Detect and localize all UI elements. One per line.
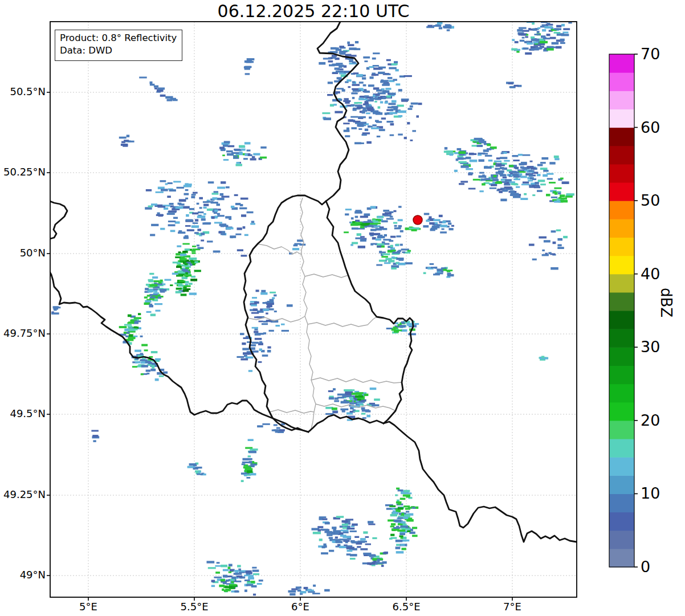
colorbar-tick-label: 10 — [641, 484, 680, 502]
data-source-line: Data: DWD — [60, 44, 177, 57]
colorbar-tick-label: 0 — [641, 558, 680, 576]
product-line: Product: 0.8° Reflectivity — [60, 32, 177, 44]
lat-tick-label: 49.25°N — [0, 488, 46, 500]
product-info-box: Product: 0.8° Reflectivity Data: DWD — [55, 30, 182, 61]
weather-radar-figure: 06.12.2025 22:10 UTC 5°E5.5°E6°E6.5°E7°E… — [0, 0, 685, 616]
radar-echoes — [51, 15, 574, 595]
colorbar-tick-label: 60 — [641, 119, 680, 136]
country-borders — [48, 22, 577, 542]
lat-tick-label: 50.5°N — [0, 85, 46, 97]
graticule-gridlines — [50, 22, 577, 597]
lon-tick-label: 5.5°E — [163, 601, 226, 613]
lat-tick-label: 50°N — [0, 247, 46, 259]
colorbar-unit-label: dBZ — [658, 288, 675, 317]
lat-tick-label: 49.5°N — [0, 407, 46, 419]
district-borders — [247, 198, 402, 431]
lat-tick-label: 49°N — [0, 569, 46, 581]
lat-tick-label: 50.25°N — [0, 166, 46, 178]
colorbar-tick-label: 40 — [641, 265, 680, 283]
lon-tick-label: 7°E — [481, 601, 544, 613]
radar-location-dot — [413, 215, 422, 225]
radar-map — [0, 0, 685, 616]
colorbar-tick-label: 30 — [641, 338, 680, 356]
lon-tick-label: 5°E — [57, 601, 120, 613]
colorbar-tick-label: 70 — [641, 45, 680, 63]
axis-tick-marks — [47, 92, 512, 601]
colorbar-tick-label: 20 — [641, 411, 680, 429]
map-frame — [50, 22, 577, 597]
colorbar — [609, 54, 638, 568]
lat-tick-label: 49.75°N — [0, 327, 46, 339]
colorbar-tick-label: 50 — [641, 191, 680, 209]
lon-tick-label: 6.5°E — [375, 601, 438, 613]
lon-tick-label: 6°E — [269, 601, 332, 613]
